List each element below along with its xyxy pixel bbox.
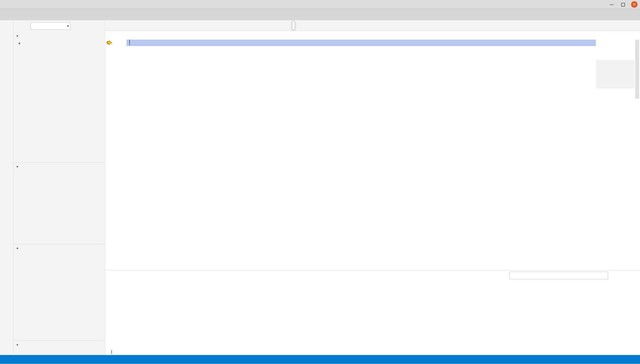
chevron-down-icon: ▾ [15,246,20,250]
debug-console-input[interactable] [109,349,112,355]
vscode-window: ✕ ▾ ▾ [0,0,640,364]
minimize-button[interactable] [608,1,615,8]
variables-section-header[interactable]: ▾ [13,32,105,40]
editor-cursor [130,39,130,45]
maximize-button[interactable] [619,1,626,8]
debug-toolbar [292,21,295,30]
minimap-slider[interactable] [596,60,635,88]
debug-config-dropdown[interactable]: ▾ [30,22,71,30]
status-bar [0,355,640,364]
sidebar-header: ▾ [13,21,105,32]
current-line-highlight [127,39,596,46]
debug-sidebar: ▾ ▾ ▾ ▾ [13,21,105,355]
call-stack-section-header[interactable]: ▾ [13,244,105,252]
chevron-down-icon: ▾ [67,24,69,28]
debug-settings-gear-icon[interactable] [73,22,80,30]
chevron-down-icon: ▾ [15,165,20,169]
watch-section-header[interactable]: ▾ [13,162,105,170]
watch-section: ▾ [13,162,105,170]
editor-scrollbar[interactable] [634,39,640,270]
titlebar: ✕ [0,0,640,9]
debug-console-output [105,280,640,351]
chevron-down-icon: ▾ [15,343,20,347]
minimap[interactable] [596,39,635,270]
debug-execution-pointer-icon [106,39,113,46]
console-filter-input[interactable] [509,272,608,279]
console-input-caret [112,350,112,354]
menu-bar [0,9,640,21]
bottom-panel [105,270,640,355]
editor-tab-bar [105,21,640,31]
breakpoints-section: ▾ [13,340,105,348]
chevron-down-icon: ▾ [18,40,23,48]
code-editor[interactable] [105,39,640,270]
call-stack-section: ▾ [13,244,105,252]
variables-section: ▾ ▾ [13,32,105,47]
panel-tab-bar [105,270,640,280]
start-debugging-button[interactable] [22,23,29,29]
breadcrumb [105,31,640,40]
scrollbar-thumb[interactable] [635,39,639,99]
activity-bar [0,21,13,355]
scope-locals[interactable]: ▾ [13,40,105,48]
breakpoints-section-header[interactable]: ▾ [13,340,105,348]
window-controls: ✕ [608,0,638,9]
chevron-down-icon: ▾ [15,34,20,38]
more-actions-icon[interactable] [82,22,89,30]
close-button[interactable]: ✕ [631,1,637,8]
editor-group [105,21,640,355]
